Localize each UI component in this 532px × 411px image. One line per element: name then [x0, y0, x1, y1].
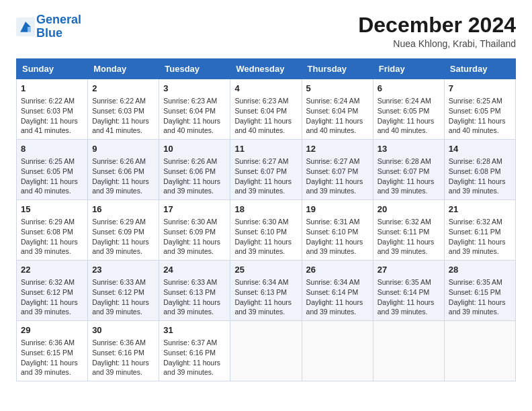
calendar-cell	[373, 320, 444, 381]
day-number: 10	[163, 143, 226, 155]
day-header-tuesday: Tuesday	[159, 59, 230, 79]
day-number: 24	[163, 264, 226, 276]
day-number: 26	[306, 264, 369, 276]
day-info: Sunrise: 6:37 AMSunset: 6:16 PMDaylight:…	[163, 338, 226, 377]
day-info: Sunrise: 6:33 AMSunset: 6:12 PMDaylight:…	[92, 277, 154, 317]
week-row-4: 22Sunrise: 6:32 AMSunset: 6:12 PMDayligh…	[17, 261, 516, 321]
week-row-1: 1Sunrise: 6:22 AMSunset: 6:03 PMDaylight…	[17, 79, 516, 140]
day-info: Sunrise: 6:25 AMSunset: 6:05 PMDaylight:…	[449, 96, 511, 136]
day-number: 1	[21, 83, 83, 95]
week-row-2: 8Sunrise: 6:25 AMSunset: 6:05 PMDaylight…	[17, 140, 516, 200]
day-header-sunday: Sunday	[17, 59, 88, 79]
svg-marker-2	[28, 27, 31, 32]
logo-text: GeneralBlue	[36, 13, 81, 40]
calendar-cell: 26Sunrise: 6:34 AMSunset: 6:14 PMDayligh…	[302, 261, 373, 321]
day-number: 3	[163, 83, 226, 95]
calendar-cell: 29Sunrise: 6:36 AMSunset: 6:15 PMDayligh…	[17, 320, 88, 381]
day-info: Sunrise: 6:25 AMSunset: 6:05 PMDaylight:…	[21, 156, 83, 196]
day-info: Sunrise: 6:30 AMSunset: 6:09 PMDaylight:…	[163, 217, 226, 257]
day-number: 2	[92, 83, 154, 95]
day-info: Sunrise: 6:32 AMSunset: 6:11 PMDaylight:…	[449, 217, 511, 257]
calendar-cell: 7Sunrise: 6:25 AMSunset: 6:05 PMDaylight…	[444, 79, 515, 140]
day-number: 12	[306, 143, 369, 155]
day-number: 23	[92, 264, 154, 276]
calendar-cell: 5Sunrise: 6:24 AMSunset: 6:04 PMDaylight…	[302, 79, 373, 140]
calendar-cell	[230, 320, 302, 381]
day-info: Sunrise: 6:34 AMSunset: 6:14 PMDaylight:…	[306, 277, 369, 317]
day-number: 31	[163, 324, 226, 336]
calendar-cell: 6Sunrise: 6:24 AMSunset: 6:05 PMDaylight…	[373, 79, 444, 140]
calendar-cell: 23Sunrise: 6:33 AMSunset: 6:12 PMDayligh…	[88, 261, 159, 321]
day-number: 4	[234, 83, 297, 95]
calendar-cell: 12Sunrise: 6:27 AMSunset: 6:07 PMDayligh…	[302, 140, 373, 200]
calendar-cell: 19Sunrise: 6:31 AMSunset: 6:10 PMDayligh…	[302, 200, 373, 261]
calendar-table: SundayMondayTuesdayWednesdayThursdayFrid…	[16, 58, 516, 381]
day-header-monday: Monday	[88, 59, 159, 79]
calendar-cell: 10Sunrise: 6:26 AMSunset: 6:06 PMDayligh…	[159, 140, 230, 200]
month-title: December 2024	[358, 13, 516, 37]
day-info: Sunrise: 6:28 AMSunset: 6:07 PMDaylight:…	[378, 156, 440, 196]
day-number: 18	[234, 203, 297, 216]
day-info: Sunrise: 6:27 AMSunset: 6:07 PMDaylight:…	[234, 156, 297, 196]
day-info: Sunrise: 6:30 AMSunset: 6:10 PMDaylight:…	[234, 217, 297, 257]
day-header-saturday: Saturday	[444, 59, 515, 79]
day-number: 22	[21, 264, 83, 276]
week-row-5: 29Sunrise: 6:36 AMSunset: 6:15 PMDayligh…	[17, 320, 516, 381]
day-number: 13	[378, 143, 440, 155]
day-header-wednesday: Wednesday	[230, 59, 302, 79]
calendar-body: 1Sunrise: 6:22 AMSunset: 6:03 PMDaylight…	[17, 79, 516, 381]
calendar-cell: 2Sunrise: 6:22 AMSunset: 6:03 PMDaylight…	[88, 79, 159, 140]
calendar-cell: 25Sunrise: 6:34 AMSunset: 6:13 PMDayligh…	[230, 261, 302, 321]
calendar-cell: 20Sunrise: 6:32 AMSunset: 6:11 PMDayligh…	[373, 200, 444, 261]
day-info: Sunrise: 6:29 AMSunset: 6:08 PMDaylight:…	[21, 217, 83, 257]
day-number: 16	[92, 203, 154, 216]
day-info: Sunrise: 6:32 AMSunset: 6:11 PMDaylight:…	[378, 217, 440, 257]
calendar-cell	[302, 320, 373, 381]
day-info: Sunrise: 6:22 AMSunset: 6:03 PMDaylight:…	[21, 96, 83, 136]
calendar-cell: 4Sunrise: 6:23 AMSunset: 6:04 PMDaylight…	[230, 79, 302, 140]
week-row-3: 15Sunrise: 6:29 AMSunset: 6:08 PMDayligh…	[17, 200, 516, 261]
day-info: Sunrise: 6:29 AMSunset: 6:09 PMDaylight:…	[92, 217, 154, 257]
logo-icon	[16, 17, 35, 36]
day-info: Sunrise: 6:22 AMSunset: 6:03 PMDaylight:…	[92, 96, 154, 136]
day-header-friday: Friday	[373, 59, 444, 79]
day-info: Sunrise: 6:35 AMSunset: 6:15 PMDaylight:…	[449, 277, 511, 317]
calendar-cell: 13Sunrise: 6:28 AMSunset: 6:07 PMDayligh…	[373, 140, 444, 200]
day-number: 27	[378, 264, 440, 276]
day-number: 15	[21, 203, 83, 216]
location: Nuea Khlong, Krabi, Thailand	[358, 38, 516, 49]
day-info: Sunrise: 6:23 AMSunset: 6:04 PMDaylight:…	[234, 96, 297, 136]
calendar-cell: 21Sunrise: 6:32 AMSunset: 6:11 PMDayligh…	[444, 200, 515, 261]
logo: GeneralBlue	[16, 13, 81, 40]
day-info: Sunrise: 6:23 AMSunset: 6:04 PMDaylight:…	[163, 96, 226, 136]
day-info: Sunrise: 6:28 AMSunset: 6:08 PMDaylight:…	[449, 156, 511, 196]
day-info: Sunrise: 6:35 AMSunset: 6:14 PMDaylight:…	[378, 277, 440, 317]
calendar-cell: 27Sunrise: 6:35 AMSunset: 6:14 PMDayligh…	[373, 261, 444, 321]
day-number: 29	[21, 324, 83, 336]
day-number: 25	[234, 264, 297, 276]
day-info: Sunrise: 6:26 AMSunset: 6:06 PMDaylight:…	[163, 156, 226, 196]
calendar-header-row: SundayMondayTuesdayWednesdayThursdayFrid…	[17, 59, 516, 79]
day-info: Sunrise: 6:32 AMSunset: 6:12 PMDaylight:…	[21, 277, 83, 317]
day-number: 28	[449, 264, 511, 276]
calendar-cell: 28Sunrise: 6:35 AMSunset: 6:15 PMDayligh…	[444, 261, 515, 321]
day-info: Sunrise: 6:24 AMSunset: 6:04 PMDaylight:…	[306, 96, 369, 136]
day-number: 30	[92, 324, 154, 336]
day-info: Sunrise: 6:24 AMSunset: 6:05 PMDaylight:…	[378, 96, 440, 136]
calendar-cell: 16Sunrise: 6:29 AMSunset: 6:09 PMDayligh…	[88, 200, 159, 261]
calendar-cell: 18Sunrise: 6:30 AMSunset: 6:10 PMDayligh…	[230, 200, 302, 261]
calendar-cell: 15Sunrise: 6:29 AMSunset: 6:08 PMDayligh…	[17, 200, 88, 261]
calendar-cell: 9Sunrise: 6:26 AMSunset: 6:06 PMDaylight…	[88, 140, 159, 200]
calendar-cell: 8Sunrise: 6:25 AMSunset: 6:05 PMDaylight…	[17, 140, 88, 200]
day-info: Sunrise: 6:34 AMSunset: 6:13 PMDaylight:…	[234, 277, 297, 317]
calendar-cell	[444, 320, 515, 381]
day-info: Sunrise: 6:33 AMSunset: 6:13 PMDaylight:…	[163, 277, 226, 317]
day-info: Sunrise: 6:36 AMSunset: 6:15 PMDaylight:…	[21, 338, 83, 377]
day-number: 21	[449, 203, 511, 216]
calendar-cell: 11Sunrise: 6:27 AMSunset: 6:07 PMDayligh…	[230, 140, 302, 200]
day-info: Sunrise: 6:26 AMSunset: 6:06 PMDaylight:…	[92, 156, 154, 196]
day-number: 14	[449, 143, 511, 155]
calendar-cell: 22Sunrise: 6:32 AMSunset: 6:12 PMDayligh…	[17, 261, 88, 321]
title-block: December 2024 Nuea Khlong, Krabi, Thaila…	[358, 13, 516, 49]
day-header-thursday: Thursday	[302, 59, 373, 79]
